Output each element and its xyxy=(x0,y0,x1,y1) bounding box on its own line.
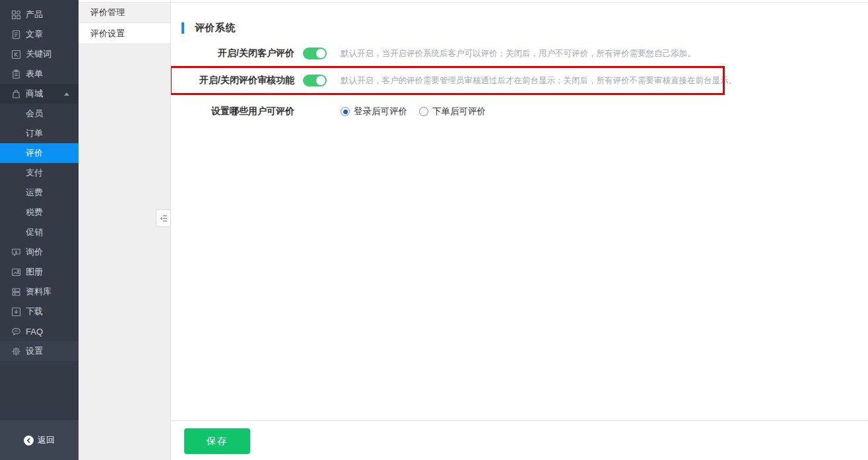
sidebar-item-label: 税费 xyxy=(26,207,43,218)
secondary-sidebar: 评价管理 评价设置 xyxy=(79,0,171,460)
sidebar-item-label: 支付 xyxy=(26,167,43,179)
form-icon xyxy=(11,69,21,79)
radio-option-after-login[interactable]: 登录后可评价 xyxy=(341,106,407,117)
sidebar-item-label: 运费 xyxy=(26,187,43,199)
sidebar-item-label: 产品 xyxy=(26,9,43,20)
radio-unchecked-icon[interactable] xyxy=(419,107,428,116)
toggle-knob xyxy=(316,76,325,85)
main-sidebar: 产品 文章 关键词 xyxy=(0,0,79,460)
sidebar-item-articles[interactable]: 文章 xyxy=(0,24,79,44)
save-button[interactable]: 保存 xyxy=(184,428,250,454)
sidebar-item-label: 询价 xyxy=(26,246,43,258)
gear-icon xyxy=(11,346,21,356)
back-label: 返回 xyxy=(38,434,55,446)
back-arrow-icon xyxy=(24,436,34,445)
main-content: 评价系统 开启/关闭客户评价 默认开启，当开启评价系统后客户可以评价；关闭后，用… xyxy=(171,0,868,460)
setting-row-customer-review: 开启/关闭客户评价 默认开启，当开启评价系统后客户可以评价；关闭后，用户不可评价… xyxy=(171,40,868,67)
sidebar-item-label: 文章 xyxy=(26,28,43,40)
radio-label: 下单后可评价 xyxy=(432,106,486,117)
sidebar-item-label: 商城 xyxy=(26,88,43,100)
content-top-divider xyxy=(79,2,868,3)
radio-label: 登录后可评价 xyxy=(354,106,407,117)
subnav-item-review-settings[interactable]: 评价设置 xyxy=(79,23,170,44)
toggle-knob xyxy=(316,49,325,58)
download-icon xyxy=(11,307,21,317)
radio-dot xyxy=(343,110,348,114)
sidebar-item-mall[interactable]: 商城 xyxy=(0,84,79,104)
chevron-up-icon xyxy=(64,92,69,96)
sidebar-item-label: 设置 xyxy=(26,345,43,357)
sidebar-subitem-members[interactable]: 会员 xyxy=(0,104,79,123)
sidebar-item-library[interactable]: 资料库 xyxy=(0,282,79,302)
inquiry-icon xyxy=(11,247,21,257)
sidebar-item-label: 资料库 xyxy=(26,286,51,298)
setting-description: 默认开启，客户的评价需要管理员审核通过后才在前台显示；关闭后，所有评价不需要审核… xyxy=(341,75,737,86)
subnav-item-label: 评价设置 xyxy=(90,28,125,38)
review-permission-radio-group: 登录后可评价 下单后可评价 xyxy=(341,106,486,117)
outdent-icon xyxy=(159,214,168,222)
setting-label: 开启/关闭评价审核功能 xyxy=(171,75,294,86)
sidebar-menu: 产品 文章 关键词 xyxy=(0,0,79,361)
page-title: 评价系统 xyxy=(182,22,236,34)
sidebar-item-label: 表单 xyxy=(26,68,43,80)
page-title-text: 评价系统 xyxy=(195,22,236,34)
setting-label: 设置哪些用户可评价 xyxy=(171,106,294,117)
sidebar-subitem-reviews[interactable]: 评价 xyxy=(0,143,79,163)
sidebar-subitem-tax[interactable]: 税费 xyxy=(0,203,79,222)
action-footer: 保存 xyxy=(171,420,868,460)
sidebar-item-label: 下载 xyxy=(26,306,43,317)
mall-icon xyxy=(11,89,21,99)
sidebar-item-label: 会员 xyxy=(26,108,43,119)
sidebar-item-keywords[interactable]: 关键词 xyxy=(0,44,79,64)
title-accent-bar xyxy=(182,22,184,34)
sidebar-item-settings[interactable]: 设置 xyxy=(0,341,79,361)
sidebar-collapse-button[interactable] xyxy=(156,209,171,227)
radio-option-after-order[interactable]: 下单后可评价 xyxy=(419,106,486,117)
sidebar-item-label: 图册 xyxy=(26,266,43,278)
sidebar-subitem-orders[interactable]: 订单 xyxy=(0,123,79,143)
sidebar-subitem-promotion[interactable]: 促销 xyxy=(0,222,79,242)
sidebar-item-albums[interactable]: 图册 xyxy=(0,262,79,282)
article-icon xyxy=(11,30,21,40)
setting-row-who-can-review: 设置哪些用户可评价 登录后可评价 下单后可评价 xyxy=(171,98,868,125)
sidebar-item-products[interactable]: 产品 xyxy=(0,5,79,24)
sidebar-item-label: 关键词 xyxy=(26,48,51,60)
library-icon xyxy=(11,287,21,297)
sidebar-item-label: 订单 xyxy=(26,127,43,139)
sidebar-item-faq[interactable]: FAQ xyxy=(0,321,79,341)
sidebar-item-forms[interactable]: 表单 xyxy=(0,64,79,84)
sidebar-subitem-payment[interactable]: 支付 xyxy=(0,163,79,183)
subnav-item-label: 评价管理 xyxy=(90,7,125,17)
setting-description: 默认开启，当开启评价系统后客户可以评价；关闭后，用户不可评价，所有评价需要您自己… xyxy=(341,48,696,59)
sidebar-item-downloads[interactable]: 下载 xyxy=(0,302,79,321)
sidebar-item-label: 评价 xyxy=(26,147,43,159)
customer-review-toggle[interactable] xyxy=(303,48,327,59)
radio-checked-icon[interactable] xyxy=(341,107,350,116)
sidebar-item-label: FAQ xyxy=(26,327,43,337)
faq-icon xyxy=(11,327,21,337)
setting-label: 开启/关闭客户评价 xyxy=(171,48,294,59)
subnav-item-review-management[interactable]: 评价管理 xyxy=(79,2,170,23)
sidebar-subitem-shipping[interactable]: 运费 xyxy=(0,183,79,203)
grid-icon xyxy=(11,10,21,20)
sidebar-item-label: 促销 xyxy=(26,226,43,238)
sidebar-item-inquiry[interactable]: 询价 xyxy=(0,242,79,262)
setting-row-review-audit: 开启/关闭评价审核功能 默认开启，客户的评价需要管理员审核通过后才在前台显示；关… xyxy=(171,67,868,94)
keyword-icon xyxy=(11,49,21,59)
album-icon xyxy=(11,267,21,277)
back-button[interactable]: 返回 xyxy=(0,420,79,460)
review-audit-toggle[interactable] xyxy=(303,75,327,86)
